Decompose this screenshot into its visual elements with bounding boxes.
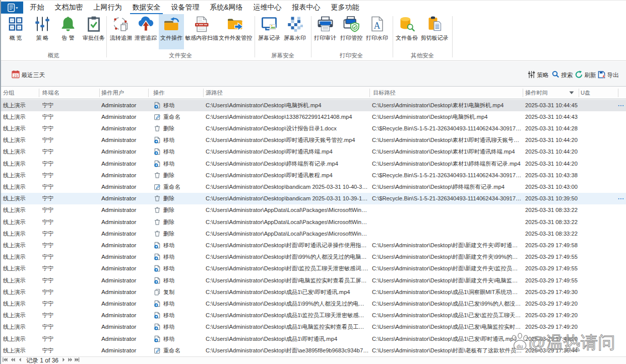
svg-text:A: A bbox=[373, 21, 380, 31]
svg-text:du: du bbox=[517, 344, 523, 349]
svg-text:23: 23 bbox=[14, 74, 18, 78]
